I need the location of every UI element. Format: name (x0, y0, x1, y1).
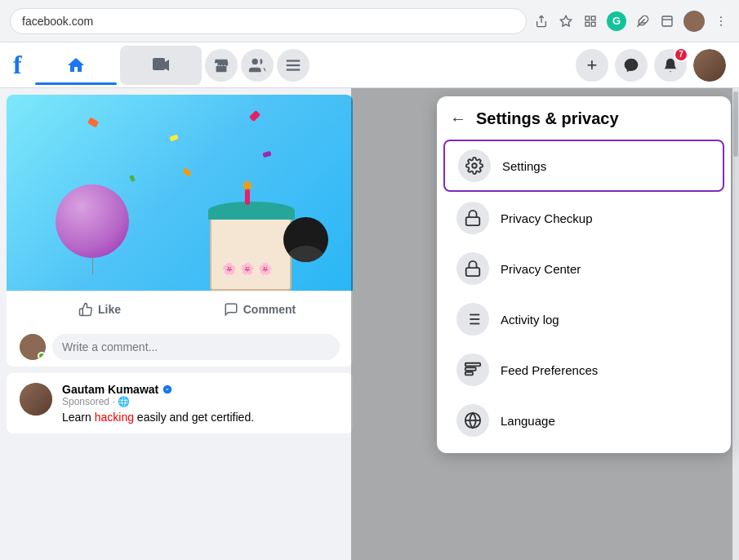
settings-title: Settings & privacy (476, 109, 619, 128)
highlight-text: hacking (95, 411, 134, 424)
grammarly-icon[interactable]: G (607, 11, 626, 31)
fb-right-icons: + 7 (576, 49, 726, 82)
language-icon (456, 404, 489, 437)
like-button[interactable]: Like (20, 295, 180, 324)
confetti-3 (249, 110, 260, 122)
confetti-5 (129, 175, 136, 182)
menu-item-settings[interactable]: Settings (443, 140, 724, 192)
share-icon[interactable] (533, 13, 550, 29)
url-bar[interactable]: facebook.com (10, 8, 527, 34)
balloon (56, 184, 129, 274)
facebook-logo: f (13, 50, 22, 80)
comment-input[interactable] (52, 334, 340, 360)
facebook-header: f + 7 (0, 42, 739, 88)
messenger-button[interactable] (615, 49, 648, 82)
cake-frosting (208, 202, 295, 220)
menu-item-privacy-center[interactable]: Privacy Center (443, 244, 724, 293)
confetti-6 (182, 167, 191, 176)
activity-log-icon (456, 303, 489, 336)
sponsor-name: Gautam Kumawat (62, 383, 158, 396)
scrollbar-thumb[interactable] (733, 91, 738, 157)
svg-rect-28 (465, 367, 476, 371)
cake-flowers: 🌸 🌸 🌸 (222, 262, 279, 278)
confetti-2 (169, 134, 178, 141)
svg-rect-8 (662, 16, 672, 26)
feed-preferences-label: Feed Preferences (501, 363, 598, 377)
nav-home[interactable] (35, 46, 117, 85)
svg-point-11 (720, 24, 722, 25)
svg-rect-29 (465, 372, 473, 376)
browser-menu-icon[interactable] (713, 13, 729, 29)
sponsor-meta: Sponsored · 🌐 (62, 396, 340, 407)
main-content: 🌸 🌸 🌸 (0, 88, 739, 560)
privacy-center-icon (456, 252, 489, 285)
settings-label: Settings (502, 159, 546, 173)
fb-navigation (29, 46, 576, 85)
svg-rect-4 (591, 22, 595, 26)
feed-preferences-icon (456, 353, 489, 386)
add-button[interactable]: + (576, 49, 608, 82)
scrollbar[interactable] (732, 88, 739, 560)
browser-chrome: facebook.com G (0, 0, 739, 42)
confetti-4 (262, 151, 271, 158)
sponsor-avatar (20, 383, 52, 416)
menu-item-privacy-checkup[interactable]: Privacy Checkup (443, 193, 724, 242)
extensions-icon[interactable] (582, 13, 599, 29)
svg-point-14 (252, 58, 257, 64)
svg-rect-5 (585, 22, 590, 26)
svg-rect-20 (466, 268, 480, 276)
comment-avatar (20, 334, 46, 360)
nav-groups[interactable] (241, 49, 274, 82)
nav-video[interactable] (120, 46, 202, 85)
svg-point-9 (720, 16, 722, 18)
sponsor-info: Gautam Kumawat Sponsored · 🌐 Learn hacki… (62, 383, 340, 424)
puzzle-icon[interactable] (634, 13, 651, 29)
privacy-checkup-label: Privacy Checkup (501, 211, 593, 225)
sponsored-post: Gautam Kumawat Sponsored · 🌐 Learn hacki… (7, 373, 353, 433)
settings-header: ← Settings & privacy (437, 103, 731, 138)
svg-point-18 (472, 163, 477, 168)
comment-input-area (7, 327, 353, 367)
svg-rect-19 (466, 217, 480, 225)
feed-area: 🌸 🌸 🌸 (0, 88, 359, 560)
verified-icon (162, 384, 173, 395)
nav-marketplace[interactable] (205, 49, 238, 82)
browser-profile-icon[interactable] (683, 11, 705, 32)
menu-item-feed-preferences[interactable]: Feed Preferences (443, 345, 724, 394)
nav-menu[interactable] (277, 49, 309, 82)
browser-icon-group: G (533, 11, 729, 32)
svg-marker-13 (165, 60, 169, 71)
svg-rect-12 (153, 58, 165, 70)
svg-rect-2 (585, 16, 590, 20)
svg-marker-1 (560, 16, 571, 26)
activity-log-label: Activity log (501, 313, 559, 327)
window-icon[interactable] (659, 13, 675, 29)
url-text: facebook.com (22, 15, 93, 28)
notifications-button[interactable]: 7 (654, 49, 687, 82)
user-avatar[interactable] (693, 49, 726, 82)
confetti-1 (87, 118, 99, 128)
settings-icon (458, 149, 491, 182)
sponsor-text: Learn hacking easily and get certified. (62, 411, 340, 424)
candle (245, 189, 250, 205)
menu-item-activity-log[interactable]: Activity log (443, 295, 724, 344)
like-label: Like (98, 303, 121, 316)
menu-item-language[interactable]: Language (443, 396, 724, 445)
comment-label: Comment (243, 303, 296, 316)
star-icon[interactable] (558, 13, 574, 29)
privacy-checkup-icon (456, 202, 489, 234)
svg-point-10 (720, 20, 722, 22)
back-button[interactable]: ← (450, 109, 466, 128)
post-card: 🌸 🌸 🌸 (7, 95, 353, 367)
character (283, 217, 336, 274)
settings-privacy-menu: ← Settings & privacy Settings Privacy Ch… (437, 96, 731, 453)
comment-button[interactable]: Comment (180, 295, 340, 324)
balloon-body (56, 184, 129, 258)
svg-rect-3 (591, 16, 595, 20)
notification-badge: 7 (674, 47, 688, 62)
post-actions: Like Comment (7, 291, 353, 327)
privacy-center-label: Privacy Center (501, 262, 581, 276)
flame (243, 181, 252, 189)
balloon-string (92, 258, 93, 274)
post-image: 🌸 🌸 🌸 (7, 95, 353, 291)
